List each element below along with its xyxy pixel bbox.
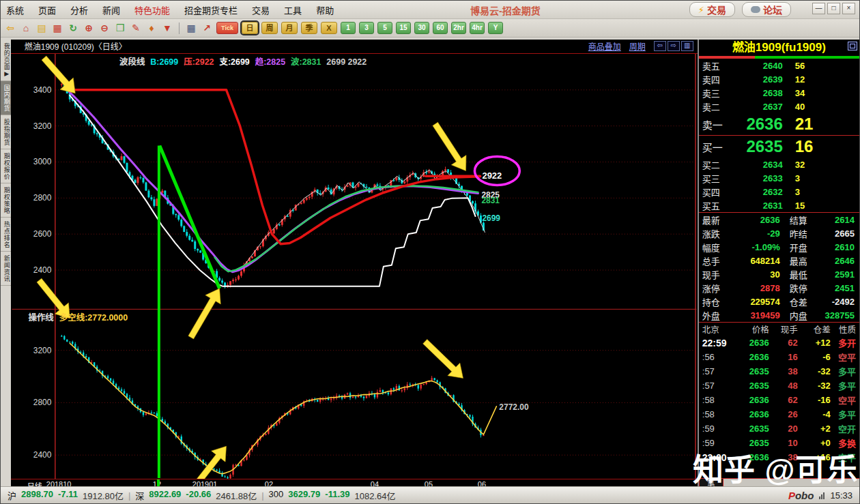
- notepad-icon[interactable]: ▤: [35, 23, 48, 34]
- tape-volume: 62: [769, 338, 798, 348]
- home-icon[interactable]: ⌂: [20, 23, 32, 34]
- svg-text:2699: 2699: [482, 213, 500, 223]
- forum-button[interactable]: 论坛: [742, 2, 791, 17]
- period-button-5[interactable]: 5: [377, 22, 392, 34]
- book-price[interactable]: 2632: [730, 187, 783, 197]
- menu-item-5[interactable]: 招金期货专栏: [184, 5, 238, 16]
- back-icon[interactable]: ⇦: [4, 23, 16, 34]
- period-button-周[interactable]: 周: [261, 22, 278, 34]
- filter-icon[interactable]: ▼: [161, 23, 173, 34]
- svg-text:2800: 2800: [33, 193, 52, 203]
- period-button-月[interactable]: 月: [281, 22, 298, 34]
- book-price[interactable]: 2633: [730, 173, 783, 183]
- sidebar-tab-1[interactable]: 国内期货: [1, 81, 11, 115]
- book-price[interactable]: 2638: [730, 88, 783, 98]
- stat-label: 涨停: [702, 282, 731, 295]
- candlestick-chart[interactable]: 340032003000280026002400320028002400波段线B…: [11, 54, 698, 479]
- book-price[interactable]: 2639: [730, 74, 783, 85]
- stat-row-2: 幅度-1.09%开盘2610: [699, 240, 859, 254]
- period-button-2hr[interactable]: 2hr: [451, 22, 466, 34]
- stat-value: 648214: [731, 256, 780, 266]
- book-price[interactable]: 2637: [730, 102, 783, 112]
- status-bar: 沪2898.70-7.111912.80亿|深8922.69-20.662461…: [1, 486, 859, 503]
- bid-row-2: 买二263432: [699, 158, 859, 171]
- stat-value: -2492: [818, 297, 856, 307]
- overlay-link[interactable]: 商品叠加: [588, 40, 621, 52]
- tape-col-header-1: 价格: [734, 323, 769, 336]
- tape-price: 2636: [734, 409, 769, 419]
- status-separator: |: [128, 490, 130, 501]
- period-button-30[interactable]: 30: [414, 22, 429, 34]
- tick-period-button[interactable]: Tick: [216, 22, 238, 34]
- period-button-日[interactable]: 日: [242, 22, 258, 34]
- tape-row-2: :57263538-32多平: [699, 364, 859, 379]
- svg-text:2400: 2400: [33, 450, 52, 460]
- draw-icon[interactable]: ✎: [130, 23, 142, 34]
- period-button-Y[interactable]: Y: [488, 22, 503, 34]
- sidebar-tab-2[interactable]: 股指期货: [1, 115, 11, 149]
- period-button-1[interactable]: 1: [341, 22, 356, 34]
- trade-button[interactable]: ⚡交易: [689, 2, 735, 17]
- sidebar-tab-3[interactable]: 期权报价: [1, 149, 11, 183]
- menu-item-0[interactable]: 系统: [6, 5, 24, 16]
- next-arrow-icon[interactable]: ⇨: [668, 41, 680, 51]
- period-button-X[interactable]: X: [321, 22, 337, 34]
- index-label: 沪: [8, 489, 16, 502]
- menu-item-4[interactable]: 特色功能: [134, 5, 170, 16]
- speech-bubble-icon: [751, 6, 760, 13]
- close-icon[interactable]: ×: [842, 3, 855, 14]
- tape-nature: 空平: [831, 451, 856, 464]
- book-level-label: 买一: [702, 140, 730, 154]
- stat-label: 外盘: [702, 309, 731, 322]
- menu-item-6[interactable]: 交易: [252, 5, 270, 16]
- period-button-4hr[interactable]: 4hr: [470, 22, 485, 34]
- paint-icon[interactable]: ♦: [145, 23, 158, 34]
- minimize-icon[interactable]: —: [812, 3, 825, 14]
- stat-value: 2878: [731, 283, 780, 293]
- sidebar-tab-0[interactable]: 我的页面▶: [1, 40, 11, 81]
- sidebar-tab-6[interactable]: 新闻资讯: [1, 252, 11, 286]
- period-button-15[interactable]: 15: [396, 22, 411, 34]
- sidebar-tab-4[interactable]: 期权策略: [1, 183, 11, 218]
- period-button-3[interactable]: 3: [359, 22, 374, 34]
- prev-arrow-icon[interactable]: ⇦: [654, 41, 666, 51]
- zoom-out-icon[interactable]: ⊖: [98, 23, 111, 34]
- table-view-icon[interactable]: ▦: [185, 23, 197, 34]
- ask-row-5: 卖五264056: [699, 59, 859, 72]
- toolbar: ⇦⌂▤▦↻⊕⊖❒✎♦▼▦↗Tick日周月季X1351530602hr4hrY: [1, 19, 859, 38]
- chart-view-icon[interactable]: ↗: [201, 23, 213, 34]
- tape-volume: 62: [769, 395, 798, 405]
- period-button-季[interactable]: 季: [301, 22, 317, 34]
- svg-text:波段线B:2699压:2922支:2699趋:2825波:2: 波段线B:2699压:2922支:2699趋:2825波:28312699 29…: [119, 57, 367, 67]
- zoom-in-icon[interactable]: ⊕: [83, 23, 95, 34]
- stat-label: 幅度: [702, 241, 731, 254]
- svg-text:操作线多空线:2772.0000: 操作线多空线:2772.0000: [28, 312, 128, 323]
- restore-icon[interactable]: [848, 42, 857, 50]
- stat-row-1: 涨跌-29昨结2665: [699, 226, 859, 240]
- tape-volume: 48: [769, 381, 798, 391]
- period-link[interactable]: 周期: [629, 40, 646, 52]
- stat-label: 最低: [790, 268, 818, 281]
- book-price[interactable]: 2634: [730, 160, 783, 170]
- split-view-icon[interactable]: ▥: [681, 41, 693, 51]
- sidebar-tab-5[interactable]: 热点排名: [1, 218, 11, 252]
- menu-item-2[interactable]: 分析: [70, 5, 88, 16]
- book-price[interactable]: 2636: [730, 115, 783, 134]
- maximize-icon[interactable]: □: [827, 3, 840, 14]
- layers-icon[interactable]: ❒: [114, 23, 126, 34]
- tape-price: 2635: [734, 381, 769, 391]
- menu-item-1[interactable]: 页面: [38, 5, 56, 16]
- menu-item-3[interactable]: 新闻: [102, 5, 120, 16]
- svg-text:3000: 3000: [33, 157, 52, 166]
- book-price[interactable]: 2640: [730, 61, 783, 71]
- period-button-60[interactable]: 60: [433, 22, 448, 34]
- tape-nature: 多开: [831, 336, 856, 349]
- calendar-icon[interactable]: ▦: [51, 23, 63, 34]
- clock: 15:33: [830, 490, 852, 501]
- menu-item-7[interactable]: 工具: [284, 5, 302, 16]
- menu-item-8[interactable]: 帮助: [316, 5, 334, 16]
- book-price[interactable]: 2631: [730, 201, 783, 211]
- refresh-icon[interactable]: ↻: [67, 23, 79, 34]
- tape-col-header-0: 北京: [702, 323, 734, 336]
- book-price[interactable]: 2635: [730, 137, 783, 156]
